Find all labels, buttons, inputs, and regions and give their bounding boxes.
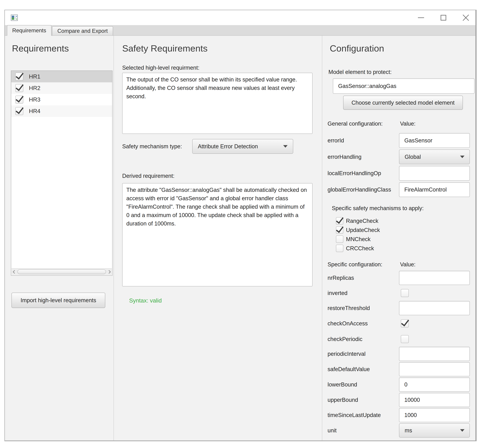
configuration-panel-title: Configuration	[330, 43, 384, 54]
tab-bar: Requirements Compare and Export	[5, 25, 475, 36]
value-header: Value:	[400, 261, 415, 268]
rangecheck-checkbox[interactable]	[336, 217, 343, 224]
checkperiodic-label: checkPeriodic	[328, 336, 399, 342]
minimize-button[interactable]	[414, 11, 428, 24]
horizontal-scrollbar[interactable]	[12, 268, 112, 275]
lowerbound-input[interactable]	[399, 378, 470, 392]
upperbound-input[interactable]	[399, 393, 470, 407]
crccheck-label: CRCCheck	[346, 245, 374, 252]
requirements-list[interactable]: HR1 HR2 HR3 HR4	[11, 70, 113, 276]
checkonaccess-checkbox[interactable]	[401, 319, 409, 327]
safety-panel-title: Safety Requirements	[122, 43, 208, 54]
config-row-errorhandling: errorHandling Global	[328, 149, 470, 164]
tab-compare-and-export[interactable]: Compare and Export	[52, 26, 113, 35]
chevron-down-icon	[460, 429, 465, 432]
list-item-hr3[interactable]: HR3	[11, 94, 112, 105]
config-row-inverted: inverted	[328, 289, 470, 297]
derived-requirement-label: Derived requirement:	[122, 173, 174, 179]
list-item-label: HR3	[29, 96, 40, 103]
updatecheck-checkbox[interactable]	[336, 226, 343, 234]
errorhandling-select[interactable]: Global	[399, 149, 470, 164]
choose-model-element-button[interactable]: Choose currently selected model element	[343, 96, 463, 110]
config-row-restorethreshold: restoreThreshold	[328, 301, 470, 315]
hr3-checkbox[interactable]	[15, 96, 23, 104]
config-row-timesincelastupdate: timeSinceLastUpdate	[328, 408, 470, 422]
nrreplicas-label: nrReplicas	[328, 275, 399, 281]
general-configuration-header: General configuration:	[328, 121, 383, 127]
globalerrorhandlingclass-label: globalErrorHandlingClass	[328, 186, 399, 193]
restorethreshold-input[interactable]	[399, 301, 470, 315]
mechanism-type-label: Safety mechanism type:	[122, 139, 182, 154]
mechanism-row-rangecheck: RangeCheck	[336, 217, 378, 225]
requirements-panel: Requirements HR1 HR2 HR3 HR4	[5, 36, 114, 440]
unit-select[interactable]: ms	[399, 423, 470, 438]
hr2-checkbox[interactable]	[15, 84, 23, 92]
import-requirements-button[interactable]: Import high-level requirements	[12, 293, 105, 308]
safedefaultvalue-label: safeDefaultValue	[328, 366, 399, 372]
safety-requirements-panel: Safety Requirements Selected high-level …	[114, 36, 322, 440]
errorhandling-value: Global	[405, 154, 421, 160]
close-button[interactable]	[459, 11, 473, 24]
main-content: Requirements HR1 HR2 HR3 HR4	[5, 36, 475, 440]
safedefaultvalue-input[interactable]	[399, 362, 470, 376]
specific-configuration-header: Specific configuration:	[328, 261, 382, 268]
derived-requirement-text: The attribute "GasSensor::analogGas" sha…	[126, 187, 307, 227]
selected-requirement-label: Selected high-level requirment:	[122, 65, 199, 71]
hr4-checkbox[interactable]	[15, 107, 23, 115]
maximize-button[interactable]	[437, 11, 450, 24]
tab-label: Requirements	[12, 27, 46, 34]
mncheck-label: MNCheck	[346, 236, 371, 242]
list-item-hr1[interactable]: HR1	[11, 71, 112, 82]
requirements-panel-title: Requirements	[12, 43, 69, 54]
scrollbar-thumb[interactable]	[17, 270, 106, 274]
updatecheck-label: UpdateCheck	[346, 227, 380, 233]
unit-label: unit	[328, 427, 399, 434]
configuration-panel: Configuration Model element to protect: …	[323, 36, 475, 440]
rangecheck-label: RangeCheck	[346, 218, 378, 224]
list-item-hr4[interactable]: HR4	[11, 105, 112, 117]
chevron-right-icon[interactable]	[106, 268, 112, 275]
model-element-input[interactable]	[333, 78, 474, 94]
close-icon	[462, 14, 469, 21]
hr1-checkbox[interactable]	[15, 73, 23, 81]
titlebar[interactable]	[5, 10, 475, 25]
config-row-lowerbound: lowerBound	[328, 378, 470, 392]
inverted-label: inverted	[328, 290, 399, 296]
mechanism-type-value: Attribute Error Detection	[198, 143, 258, 150]
app-window: Requirements Compare and Export Requirem…	[4, 10, 477, 441]
tab-requirements[interactable]: Requirements	[7, 25, 52, 36]
model-element-label: Model element to protect:	[328, 69, 392, 75]
config-row-unit: unit ms	[328, 423, 470, 438]
config-row-upperbound: upperBound	[328, 393, 470, 407]
list-item-label: HR1	[29, 73, 40, 80]
selected-requirement-textarea[interactable]: The output of the CO sensor shall be wit…	[122, 73, 313, 134]
config-row-localerrorhandlingop: localErrorHandlingOp	[328, 166, 470, 181]
chevron-left-icon[interactable]	[12, 268, 17, 275]
localerrorhandlingop-input[interactable]	[399, 166, 470, 181]
upperbound-label: upperBound	[328, 397, 399, 403]
localerrorhandlingop-label: localErrorHandlingOp	[328, 170, 399, 177]
errorid-input[interactable]	[399, 133, 470, 148]
checkperiodic-checkbox[interactable]	[401, 335, 409, 343]
derived-requirement-textarea[interactable]: The attribute "GasSensor::analogGas" sha…	[122, 183, 313, 286]
mechanism-row-mncheck: MNCheck	[336, 235, 371, 243]
mechanism-row-updatecheck: UpdateCheck	[336, 226, 380, 234]
app-icon	[11, 15, 18, 21]
mechanism-type-select[interactable]: Attribute Error Detection	[192, 139, 293, 154]
maximize-icon	[441, 15, 446, 21]
list-item-hr2[interactable]: HR2	[11, 82, 112, 94]
config-row-checkonaccess: checkOnAccess	[328, 319, 470, 328]
globalerrorhandlingclass-input[interactable]	[399, 182, 470, 197]
crccheck-checkbox[interactable]	[336, 245, 343, 252]
nrreplicas-input[interactable]	[399, 271, 470, 285]
chevron-down-icon	[283, 145, 288, 148]
periodicinterval-input[interactable]	[399, 347, 470, 361]
timesincelastupdate-input[interactable]	[399, 408, 470, 422]
value-header: Value:	[400, 121, 415, 127]
list-item-label: HR4	[29, 108, 40, 114]
inverted-checkbox[interactable]	[401, 289, 409, 297]
timesincelastupdate-label: timeSinceLastUpdate	[328, 412, 399, 418]
mncheck-checkbox[interactable]	[336, 236, 343, 243]
config-row-checkperiodic: checkPeriodic	[328, 335, 470, 344]
config-row-nrreplicas: nrReplicas	[328, 271, 470, 285]
